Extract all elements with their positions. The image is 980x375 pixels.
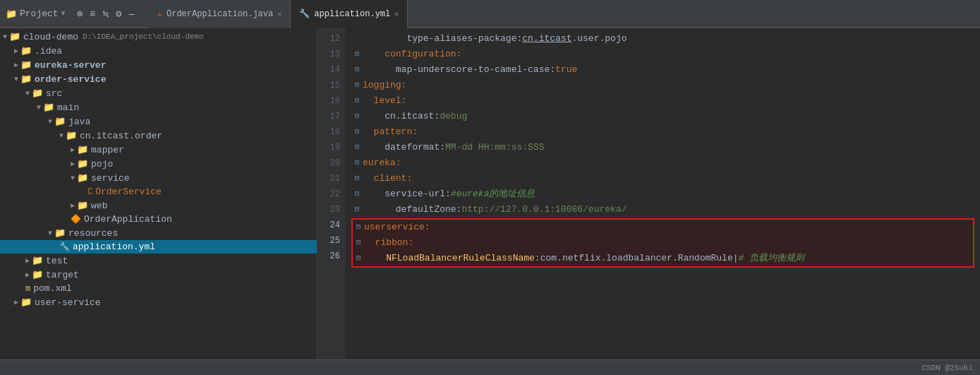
settings-icon[interactable]: ⚙ (116, 8, 121, 20)
arrow-icon: ▼ (14, 76, 18, 83)
tab-order-application[interactable]: ☕ OrderApplication.java ✕ (149, 0, 291, 28)
folder-icon: 📁 (20, 297, 32, 308)
code-line-12: type-aliases-package: cn.itcast.user.poj… (351, 31, 974, 47)
tree-item-pojo[interactable]: ▶ 📁 pojo (0, 157, 317, 171)
folder-icon: 📁 (77, 172, 88, 184)
sync-icon[interactable]: ⊕ (77, 8, 83, 20)
arrow-icon: ▼ (48, 118, 52, 126)
gutter-icon-19: ⊟ (351, 140, 363, 155)
gutter-icon-18: ⊟ (351, 124, 363, 140)
sidebar: ▼ 📁 cloud-demo D:\IDEA_project\cloud-dem… (0, 28, 317, 359)
arrow-icon: ▶ (71, 145, 75, 154)
gutter-icon-17: ⊟ (351, 109, 363, 124)
code-line-22: ⊟ service-url: #eureka的地址信息 (351, 186, 974, 202)
arrow-icon: ▶ (71, 201, 75, 210)
code-line-20: ⊟ eureka: (351, 155, 974, 171)
tree-item-src[interactable]: ▼ 📁 src (0, 86, 317, 100)
code-line-13: ⊟ configuration: (351, 47, 974, 62)
tab-close-yml-icon[interactable]: ✕ (394, 10, 399, 18)
tree-item-resources[interactable]: ▼ 📁 resources (0, 226, 317, 240)
tab-close-icon[interactable]: ✕ (277, 10, 282, 18)
arrow-icon: ▶ (25, 270, 30, 279)
tab-application-yml[interactable]: 🔧 application.yml ✕ (291, 0, 408, 28)
code-line-16: ⊟ level: (351, 93, 974, 109)
tree-item-user-service[interactable]: ▶ 📁 user-service (0, 295, 317, 309)
gutter-icon-22: ⊟ (351, 186, 363, 202)
folder-icon: 📁 (32, 269, 43, 280)
arrow-icon: ▼ (25, 90, 30, 97)
code-line-14: ⊟ map-underscore-to-camel-case: true (351, 62, 974, 78)
tree-item-cloud-demo[interactable]: ▼ 📁 cloud-demo D:\IDEA_project\cloud-dem… (0, 30, 317, 44)
arrow-icon: ▶ (25, 256, 30, 265)
tree-item-target[interactable]: ▶ 📁 target (0, 268, 317, 282)
folder-icon: 📁 (77, 200, 88, 211)
folder-icon: 📁 (32, 88, 43, 99)
bottom-bar: CSDN @2Suki (0, 359, 980, 375)
arrow-icon: ▼ (37, 104, 41, 112)
tree-item-cn-itcast-order[interactable]: ▼ 📁 cn.itcast.order (0, 129, 317, 143)
editor[interactable]: 12 13 14 15 16 17 18 19 20 21 22 23 24 2… (317, 28, 980, 359)
minimize-icon[interactable]: — (128, 8, 134, 20)
folder-icon: 📁 (77, 144, 88, 155)
tree-item-pom-xml[interactable]: m pom.xml (0, 282, 317, 295)
code-line-26: ⊟ NFLoadBalancerRuleClassName: com.netfl… (353, 251, 973, 266)
arrow-icon: ▼ (59, 132, 63, 140)
java-file-icon: C (87, 187, 92, 197)
attribution-text: CSDN @2Suki (921, 364, 973, 372)
project-label[interactable]: 📁 Project ▼ (6, 8, 66, 20)
tree-item-web[interactable]: ▶ 📁 web (0, 198, 317, 213)
folder-icon: 📁 (54, 227, 66, 239)
tree-item-mapper[interactable]: ▶ 📁 mapper (0, 143, 317, 157)
tree-item-java[interactable]: ▼ 📁 java (0, 114, 317, 129)
code-line-17: ⊟ cn.itcast: debug (351, 109, 974, 124)
folder-icon: 📁 (77, 158, 88, 169)
folder-icon: 📁 (66, 130, 77, 141)
arrow-icon: ▼ (3, 33, 7, 41)
arrow-icon: ▼ (48, 230, 52, 237)
gutter-icon-25: ⊟ (353, 235, 364, 251)
top-bar: 📁 Project ▼ ⊕ ≡ ≒ ⚙ — ☕ OrderApplication… (0, 0, 980, 28)
code-line-19: ⊟ dateformat: MM-dd HH:mm:ss:SSS (351, 140, 974, 155)
gutter-icon-15: ⊟ (351, 78, 363, 93)
gutter-icon-13: ⊟ (351, 47, 363, 62)
folder-icon: 📁 (20, 73, 32, 85)
tree-item-orderapplication[interactable]: 🔶 OrderApplication (0, 213, 317, 226)
folder-icon: 📁 (20, 59, 32, 71)
code-line-24: ⊟ userservice: (353, 220, 973, 235)
gutter-icon-24: ⊟ (353, 220, 364, 235)
arrow-icon: ▶ (14, 298, 18, 306)
tree-item-orderservice[interactable]: C OrderService (0, 185, 317, 198)
tree-item-test[interactable]: ▶ 📁 test (0, 254, 317, 268)
code-line-21: ⊟ client: (351, 171, 974, 186)
yml-file-icon: 🔧 (59, 242, 70, 252)
main-content: ▼ 📁 cloud-demo D:\IDEA_project\cloud-dem… (0, 28, 980, 359)
yml-file-icon: 🔧 (299, 8, 310, 19)
code-line-25: ⊟ ribbon: (353, 235, 973, 251)
line-numbers: 12 13 14 15 16 17 18 19 20 21 22 23 24 2… (317, 28, 346, 359)
code-area[interactable]: type-aliases-package: cn.itcast.user.poj… (346, 28, 980, 359)
gutter-icon-16: ⊟ (351, 93, 363, 109)
tree-item-application-yml[interactable]: 🔧 application.yml (0, 240, 317, 254)
tab-bar: ☕ OrderApplication.java ✕ 🔧 application.… (149, 0, 974, 28)
folder-icon: 📁 (32, 255, 43, 266)
code-line-15: ⊟ logging: (351, 78, 974, 93)
gutter-icon-20: ⊟ (351, 155, 363, 171)
folder-icon: 📁 (54, 116, 66, 127)
java-file-icon: 🔶 (71, 214, 81, 225)
tree-item-idea[interactable]: ▶ 📁 .idea (0, 44, 317, 58)
top-icons: ⊕ ≡ ≒ ⚙ — (77, 8, 135, 20)
arrow-icon: ▼ (71, 174, 75, 182)
collapse-icon[interactable]: ≒ (102, 8, 108, 20)
arrow-icon: ▶ (14, 47, 18, 55)
tree-item-service[interactable]: ▼ 📁 service (0, 171, 317, 185)
tree-item-order-service[interactable]: ▼ 📁 order-service (0, 72, 317, 86)
tree-item-eureka-server[interactable]: ▶ 📁 eureka-server (0, 58, 317, 72)
arrow-icon: ▶ (14, 61, 18, 69)
gutter-icon-14: ⊟ (351, 62, 363, 78)
structure-icon[interactable]: ≡ (90, 8, 95, 20)
folder-icon: 📁 (43, 102, 54, 113)
tree-item-main[interactable]: ▼ 📁 main (0, 100, 317, 114)
java-file-icon: ☕ (157, 8, 162, 19)
editor-inner: 12 13 14 15 16 17 18 19 20 21 22 23 24 2… (317, 28, 980, 359)
chevron-down-icon: ▼ (61, 10, 66, 18)
